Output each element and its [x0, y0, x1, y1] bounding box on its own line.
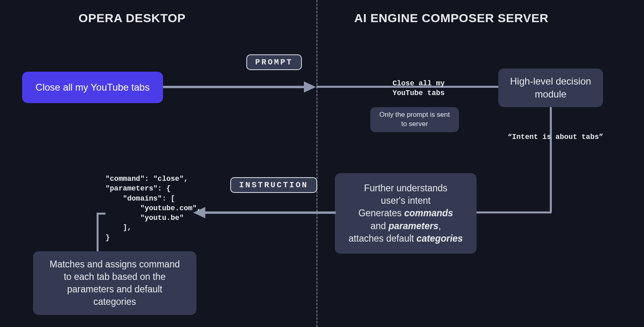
connector-echo-to-decision: [456, 86, 498, 88]
user-prompt-box: Close all my YouTube tabs: [22, 72, 163, 103]
decision-module-box: High-level decision module: [498, 68, 603, 107]
prompt-pill: PROMPT: [246, 54, 302, 70]
arrow-right-prompt: [163, 79, 316, 95]
connector-into-understand: [476, 211, 551, 213]
match-box: Matches and assigns command to each tab …: [33, 251, 196, 315]
arrow-left-instruction: [193, 205, 336, 221]
right-heading: AI ENGINE COMPOSER SERVER: [354, 11, 549, 25]
code-snippet: "command": "close", "parameters": { "dom…: [105, 174, 201, 242]
note-box: Only the prompt is sent to server: [370, 107, 459, 132]
left-heading: OPERA DESKTOP: [78, 11, 186, 25]
echo-prompt-text: Close all my YouTube tabs: [378, 79, 459, 98]
connector-code-down: [97, 213, 99, 253]
connector-decision-down: [550, 107, 552, 213]
intent-label: “Intent is about tabs”: [503, 132, 608, 142]
understands-box: Further understandsuser's intentGenerate…: [335, 173, 477, 254]
vertical-divider: [316, 0, 318, 327]
instruction-pill: INSTRUCTION: [230, 177, 317, 193]
svg-marker-1: [304, 81, 316, 93]
understands-box-content: Further understandsuser's intentGenerate…: [349, 182, 463, 244]
